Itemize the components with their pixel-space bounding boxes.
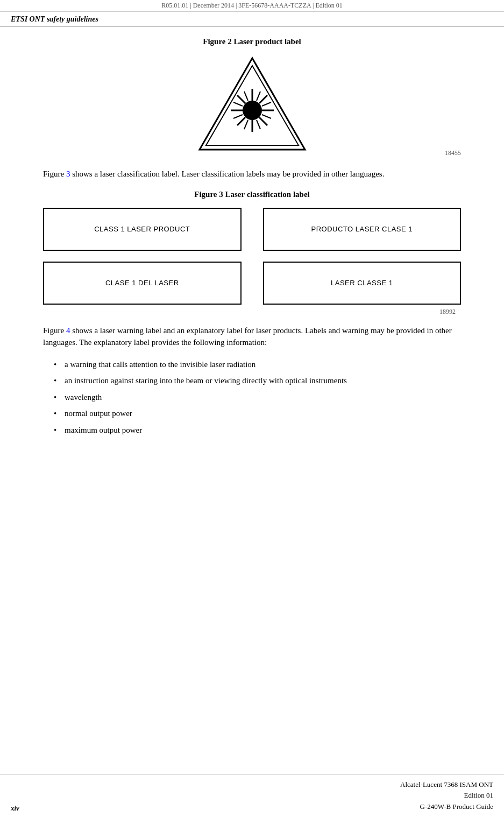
bullet-list: a warning that calls attention to the in… [54,358,461,436]
bullet-item-1: an instruction against staring into the … [54,375,461,387]
footer-right: Alcatel-Lucent 7368 ISAM ONT Edition 01 … [400,779,493,813]
class-label-box-0: CLASS 1 LASER PRODUCT [43,208,242,251]
footer-page-number: xiv [11,804,19,813]
bullet-item-2: wavelength [54,391,461,404]
figure3-caption: Figure 3 Laser classification label [43,190,461,199]
laser-triangle [193,55,311,157]
figure2-caption: Figure 2 Laser product label [43,37,461,46]
sub-header-text: ETSI ONT safety guidelines [11,15,98,23]
class-label-text-3: LASER CLASSE 1 [331,279,393,287]
figure2-number: 18455 [445,149,461,157]
laser-symbol-svg [193,54,311,159]
footer-line2: Edition 01 [400,790,493,801]
page-header: R05.01.01 | December 2014 | 3FE-56678-AA… [0,0,504,12]
class-label-box-1: PRODUCTO LASER CLASE 1 [263,208,462,251]
svg-point-2 [243,101,262,120]
figure4-intro-after: shows a laser warning label and an expla… [43,326,452,347]
header-text: R05.01.01 | December 2014 | 3FE-56678-AA… [161,2,343,9]
bullet-item-3: normal output power [54,407,461,420]
bullet-item-0: a warning that calls attention to the in… [54,358,461,371]
figure3-intro-text: Figure 3 shows a laser classification la… [43,168,461,180]
class-label-box-3: LASER CLASSE 1 [263,262,462,305]
main-content: Figure 2 Laser product label [0,26,504,456]
footer-line3: G-240W-B Product Guide [400,801,493,813]
figure2-area: 18455 [43,55,461,157]
class-label-box-2: CLASE 1 DEL LASER [43,262,242,305]
figure4-intro-before: Figure [43,326,66,335]
figure3-intro-before: Figure [43,170,66,178]
bullet-item-4: maximum output power [54,424,461,436]
figure3-number: 18992 [43,308,461,316]
classification-grid: CLASS 1 LASER PRODUCT PRODUCTO LASER CLA… [43,208,461,305]
sub-header: ETSI ONT safety guidelines [0,12,504,26]
figure4-intro-text: Figure 4 shows a laser warning label and… [43,325,461,349]
class-label-text-0: CLASS 1 LASER PRODUCT [94,225,190,233]
class-label-text-2: CLASE 1 DEL LASER [105,279,179,287]
footer-line1: Alcatel-Lucent 7368 ISAM ONT [400,779,493,791]
figure3-section: CLASS 1 LASER PRODUCT PRODUCTO LASER CLA… [43,208,461,316]
figure3-intro-after: shows a laser classification label. Lase… [70,170,384,178]
page-footer: xiv Alcatel-Lucent 7368 ISAM ONT Edition… [0,774,504,817]
class-label-text-1: PRODUCTO LASER CLASE 1 [311,225,413,233]
